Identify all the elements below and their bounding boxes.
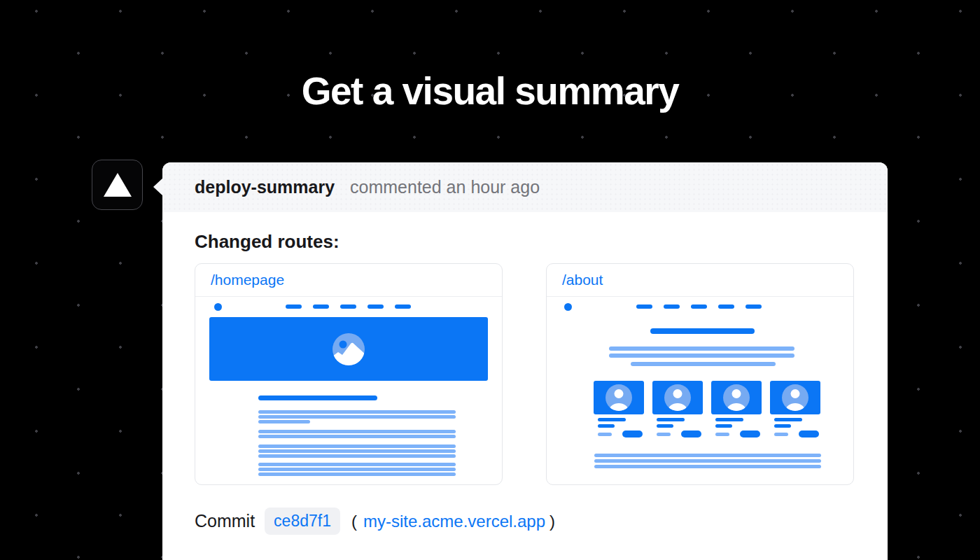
nav-dash: [636, 304, 652, 309]
team-member-card: [652, 381, 703, 438]
comment-body: Changed routes: /homepage: [162, 231, 888, 535]
nav-dashes: [636, 304, 762, 309]
text-line: [258, 454, 456, 458]
button-pill: [740, 430, 760, 438]
commit-sha-badge[interactable]: ce8d7f1: [265, 507, 340, 535]
text-line: [258, 435, 456, 438]
route-card-about: /about: [546, 263, 854, 485]
text-line: [774, 433, 788, 436]
text-line: [774, 418, 802, 421]
nav-dash: [313, 304, 329, 309]
text-line: [631, 362, 776, 366]
vercel-triangle-icon: [104, 173, 132, 197]
comment-author[interactable]: deploy-summary: [195, 177, 335, 197]
nav-dash: [286, 304, 302, 309]
text-line: [258, 449, 456, 453]
member-footer: [652, 430, 703, 438]
nav-dash: [368, 304, 384, 309]
text-line: [258, 468, 456, 471]
text-line: [258, 415, 456, 419]
text-line: [258, 472, 456, 476]
text-line: [715, 418, 743, 421]
text-line: [609, 346, 794, 351]
comment-header: deploy-summary commented an hour ago: [162, 162, 888, 212]
text-line: [594, 465, 821, 468]
member-photo: [711, 381, 762, 414]
route-card-header: /about: [547, 264, 853, 297]
image-placeholder-icon: [332, 333, 365, 365]
paragraph-group: [258, 410, 456, 425]
member-footer: [711, 430, 762, 438]
route-card-homepage: /homepage: [195, 263, 503, 485]
homepage-wireframe: [195, 297, 502, 485]
comment-card: deploy-summary commented an hour ago Cha…: [162, 162, 888, 560]
paren-open: (: [351, 512, 357, 531]
paragraph-group: [594, 454, 821, 470]
about-wireframe: [547, 297, 853, 485]
deployment-url-link[interactable]: my-site.acme.vercel.app: [363, 512, 545, 531]
text-line: [609, 354, 794, 358]
team-member-card: [711, 381, 762, 438]
button-pill: [799, 430, 819, 438]
route-link-about[interactable]: /about: [562, 272, 603, 288]
text-line: [657, 433, 671, 436]
text-line: [598, 418, 626, 421]
text-line: [258, 430, 456, 433]
text-line: [715, 424, 732, 428]
text-line: [657, 424, 673, 428]
text-line: [598, 433, 612, 436]
team-member-card: [594, 381, 644, 438]
member-photo: [594, 381, 644, 414]
nav-dash: [340, 304, 356, 309]
person-icon: [723, 384, 750, 411]
route-previews: /homepage: [195, 263, 855, 485]
page-title: Get a visual summary: [0, 69, 980, 113]
person-icon: [664, 384, 691, 411]
member-photo: [770, 381, 820, 414]
route-card-header: /homepage: [195, 264, 502, 297]
nav-dash: [718, 304, 734, 309]
member-footer: [770, 430, 820, 438]
nav-dash: [746, 304, 762, 309]
text-line: [715, 433, 729, 436]
text-line: [258, 444, 456, 448]
commit-label: Commit: [195, 511, 255, 531]
team-grid: [594, 381, 820, 438]
bot-avatar[interactable]: [92, 160, 143, 210]
text-line: [594, 454, 821, 457]
person-icon: [606, 384, 632, 411]
paragraph-group: [258, 444, 456, 459]
nav-dash: [395, 304, 411, 309]
browser-dot: [214, 303, 222, 311]
hero-banner: [209, 317, 488, 381]
comment-timestamp: commented an hour ago: [350, 177, 540, 197]
text-line: [258, 463, 456, 466]
text-line: [594, 459, 821, 463]
heading-line: [650, 328, 755, 334]
text-line: [774, 424, 791, 428]
person-icon: [782, 384, 808, 411]
heading-line: [258, 396, 377, 400]
button-pill: [681, 430, 701, 438]
nav-dash: [691, 304, 707, 309]
nav-dash: [664, 304, 680, 309]
commit-footer: Commit ce8d7f1 ( my-site.acme.vercel.app…: [195, 507, 855, 535]
changed-routes-heading: Changed routes:: [195, 231, 855, 253]
nav-dashes: [286, 304, 411, 309]
team-member-card: [770, 381, 820, 438]
paragraph-group: [258, 463, 456, 477]
speech-bubble-tail: [153, 178, 163, 196]
route-link-homepage[interactable]: /homepage: [211, 272, 284, 288]
page-background: Get a visual summary deploy-summary comm…: [0, 0, 980, 560]
text-line: [598, 424, 615, 428]
member-photo: [652, 381, 703, 414]
text-line: [258, 420, 310, 424]
text-line: [657, 418, 685, 421]
button-pill: [622, 430, 643, 438]
paren-close: ): [550, 512, 555, 531]
text-line: [258, 410, 456, 414]
paragraph-group: [258, 430, 456, 440]
member-footer: [594, 430, 644, 438]
browser-dot: [564, 303, 572, 311]
